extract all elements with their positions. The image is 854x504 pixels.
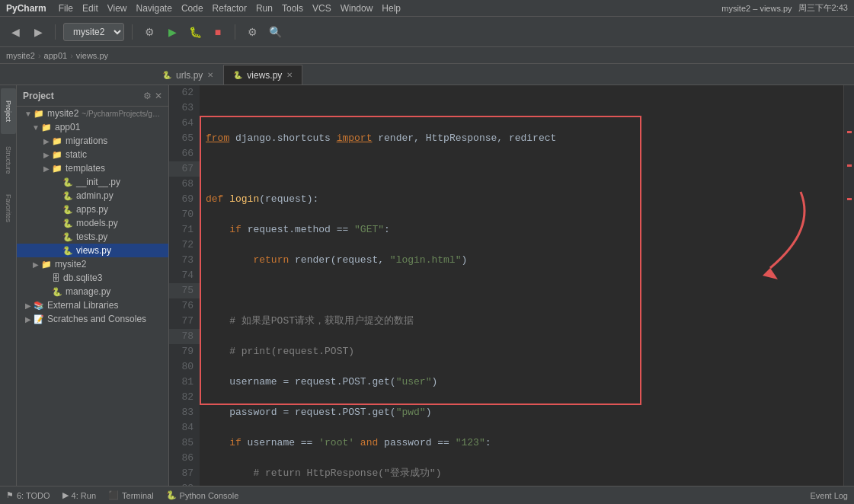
tree-admin[interactable]: 🐍 admin.py [17,189,168,203]
tree-models[interactable]: 🐍 models.py [17,216,168,230]
bottom-event-log[interactable]: Event Log [810,491,848,500]
panel-tab-favorites[interactable]: Favorites [1,186,16,231]
tree-scratches[interactable]: ▶ 📝 Scratches and Consoles [17,312,168,326]
tab-urls[interactable]: 🐍 urls.py ✕ [152,65,223,85]
tree-apps[interactable]: 🐍 apps.py [17,203,168,216]
gutter-marker-1 [847,131,852,133]
panel-tab-project[interactable]: Project [1,88,16,134]
tree-label-views: views.py [76,245,111,256]
tree-mysite2-sub[interactable]: ▶ 📁 mysite2 [17,257,168,271]
tree-label-db: db.sqlite3 [63,273,102,283]
panel-tab-structure[interactable]: Structure [1,137,16,183]
tree-path: ~/PycharmProjects/g… [82,110,160,118]
back-button[interactable]: ◀ [6,23,24,41]
gutter-marker-3 [847,198,852,200]
menu-run[interactable]: Run [256,3,273,14]
code-line-71: username = request.POST.get("user") [206,375,837,390]
ln-86: 86 [169,451,200,466]
toggle-icon: ▼ [30,123,41,132]
tree-manage[interactable]: 🐍 manage.py [17,285,168,298]
tab-urls-close[interactable]: ✕ [207,71,213,79]
folder-icon: 📁 [41,260,52,270]
tree-static[interactable]: ▶ 📁 static [17,148,168,161]
bottom-python-label: Python Console [180,491,239,500]
sidebar-title: Project [23,91,54,101]
tree-label-manage: manage.py [66,286,110,297]
ln-80: 80 [169,359,200,375]
tree-mysite2-root[interactable]: ▼ 📁 mysite2 ~/PycharmProjects/g… [17,107,168,120]
menu-edit[interactable]: Edit [82,3,98,14]
bottom-todo[interactable]: ⚑ 6: TODO [6,490,50,500]
toolbar-sep-2 [132,24,133,40]
debug-button[interactable]: 🐛 [186,23,204,41]
code-line-64 [206,161,837,177]
menu-view[interactable]: View [107,3,127,14]
stop-button[interactable]: ■ [209,23,227,41]
code-line-74: # return HttpResponse("登录成功") [206,466,837,481]
tree-init[interactable]: 🐍 __init__.py [17,175,168,189]
bottom-python-console[interactable]: 🐍 Python Console [166,490,239,500]
tree-app01[interactable]: ▼ 📁 app01 [17,120,168,134]
ln-66: 66 [169,146,200,161]
toolbar-sep-3 [235,24,235,40]
tree-label-init: __init__.py [76,177,120,187]
tree-views[interactable]: 🐍 views.py [17,244,168,257]
left-panel-tabs: Project Structure Favorites [0,85,17,486]
bottom-terminal[interactable]: ⬛ Terminal [108,490,154,500]
run-button[interactable]: ▶ [163,23,181,41]
menu-bar: PyCharm File Edit View Navigate Code Ref… [0,0,854,17]
project-selector[interactable]: mysite2 [63,23,124,41]
editor-area[interactable]: 62 63 64 65 66 67 68 69 70 71 72 73 74 7… [169,85,854,486]
tree-label-scratches: Scratches and Consoles [47,314,146,324]
search-everywhere-button[interactable]: 🔍 [266,23,284,41]
tab-views-close[interactable]: ✕ [286,71,293,79]
bottom-terminal-icon: ⬛ [108,490,119,500]
toggle-icon: ▶ [41,137,52,145]
menu-refactor[interactable]: Refactor [213,3,247,14]
ln-79: 79 [169,344,200,359]
breadcrumb-mysite2[interactable]: mysite2 [6,51,35,60]
sidebar-action-close[interactable]: ✕ [155,91,162,101]
sidebar-actions: ⚙ ✕ [143,91,162,101]
bottom-run-label: 4: Run [72,491,96,500]
tree-label-admin: admin.py [76,190,114,201]
menu-navigate[interactable]: Navigate [136,3,172,14]
sidebar-action-cog[interactable]: ⚙ [143,91,152,101]
breadcrumb-views[interactable]: views.py [76,51,108,60]
breadcrumb-app01[interactable]: app01 [44,51,68,60]
tree-label-apps: apps.py [76,204,108,215]
gutter-marker-2 [847,164,852,167]
bottom-todo-icon: ⚑ [6,490,14,500]
menu-tools[interactable]: Tools [282,3,303,14]
code-editor[interactable]: from django.shortcuts import render, Htt… [200,85,843,486]
tree-label-tests: tests.py [76,231,107,242]
toggle-icon: ▶ [41,151,52,159]
bottom-run[interactable]: ▶ 4: Run [62,490,96,500]
tree-external-libs[interactable]: ▶ 📚 External Libraries [17,298,168,312]
tree-label-mysite2-root: mysite2 [47,108,78,119]
tab-views[interactable]: 🐍 views.py ✕ [223,65,302,85]
window-title: mysite2 – views.py [721,4,792,13]
settings-button[interactable]: ⚙ [243,23,261,41]
menu-vcs[interactable]: VCS [312,3,331,14]
ln-83: 83 [169,405,200,420]
tree-tests[interactable]: 🐍 tests.py [17,230,168,244]
code-line-72: password = request.POST.get("pwd") [206,405,837,420]
tree-templates[interactable]: ▶ 📁 templates [17,161,168,175]
build-button[interactable]: ⚙ [140,23,158,41]
menu-window[interactable]: Window [341,3,373,14]
toolbar: ◀ ▶ mysite2 ⚙ ▶ 🐛 ■ ⚙ 🔍 [0,17,854,47]
menu-code[interactable]: Code [181,3,203,14]
menu-file[interactable]: File [59,3,73,14]
tree-label-models: models.py [76,218,118,228]
tree-label-static: static [66,149,87,160]
ext-libs-icon: 📚 [34,301,44,311]
breadcrumb-bar: mysite2 › app01 › views.py [0,47,854,64]
db-icon: 🗄 [52,273,60,282]
ln-71: 71 [169,222,200,238]
tree-migrations[interactable]: ▶ 📁 migrations [17,134,168,148]
forward-button[interactable]: ▶ [29,23,47,41]
menu-help[interactable]: Help [382,3,401,14]
tree-db[interactable]: 🗄 db.sqlite3 [17,271,168,285]
ln-81: 81 [169,375,200,390]
